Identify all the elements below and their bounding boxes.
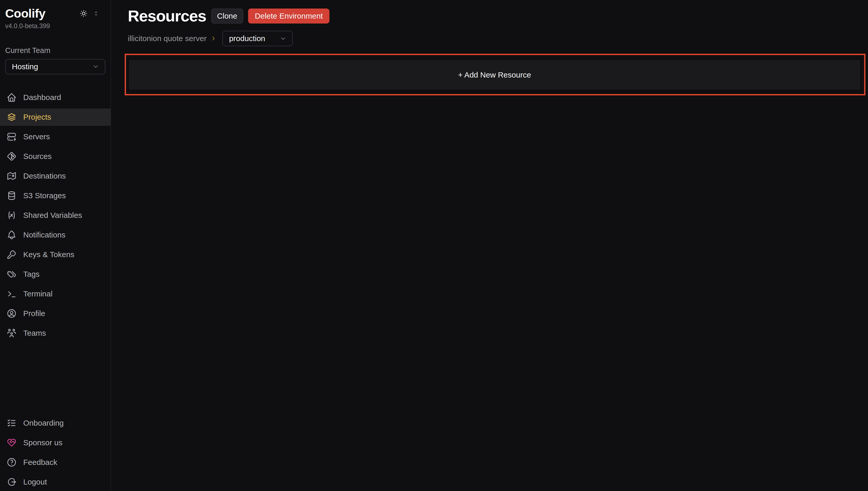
- chevron-down-icon: [92, 63, 99, 70]
- key-icon: [6, 249, 17, 260]
- sidebar-item-teams[interactable]: Teams: [0, 324, 111, 342]
- sidebar-item-onboarding[interactable]: Onboarding: [0, 414, 111, 432]
- user-circle-icon: [6, 308, 17, 319]
- chevron-right-icon: [210, 35, 217, 41]
- page-header: Resources Clone Delete Environment: [128, 8, 868, 24]
- app-logo: Coolify: [5, 7, 80, 20]
- tags-icon: [6, 269, 17, 279]
- sidebar-item-label: Profile: [23, 309, 45, 318]
- sidebar-item-destinations[interactable]: Destinations: [0, 168, 111, 185]
- sidebar-item-sources[interactable]: Sources: [0, 148, 111, 165]
- sidebar-item-label: Onboarding: [23, 418, 64, 427]
- sidebar-item-label: Keys & Tokens: [23, 250, 74, 259]
- sidebar-item-s3-storages[interactable]: S3 Storages: [0, 187, 111, 204]
- environment-select[interactable]: production: [222, 31, 293, 46]
- sidebar-footer-nav: Onboarding Sponsor us Feedback Logout: [0, 414, 111, 491]
- sidebar-item-logout[interactable]: Logout: [0, 473, 111, 490]
- variable-icon: [6, 210, 17, 221]
- delete-environment-button[interactable]: Delete Environment: [248, 8, 330, 24]
- heart-handshake-icon: [6, 437, 17, 448]
- layers-icon: [6, 112, 17, 122]
- current-team-label: Current Team: [0, 30, 111, 55]
- team-select[interactable]: Hosting: [5, 59, 105, 75]
- main-content: Resources Clone Delete Environment illic…: [112, 0, 868, 491]
- sidebar-item-feedback[interactable]: Feedback: [0, 454, 111, 471]
- help-circle-icon: [6, 457, 17, 467]
- terminal-icon: [6, 289, 17, 299]
- home-icon: [6, 92, 17, 103]
- sidebar-item-label: Teams: [23, 329, 46, 338]
- map-icon: [6, 171, 17, 181]
- environment-select-value: production: [229, 34, 265, 43]
- users-group-icon: [6, 328, 17, 338]
- sidebar-nav: Dashboard Projects Servers Sources Desti…: [0, 89, 111, 342]
- sidebar-item-label: Shared Variables: [23, 211, 82, 220]
- database-icon: [6, 191, 17, 201]
- sidebar-item-servers[interactable]: Servers: [0, 128, 111, 145]
- sidebar-item-label: Feedback: [23, 458, 57, 467]
- git-icon: [6, 151, 17, 162]
- sun-icon[interactable]: [80, 9, 88, 18]
- app-version: v4.0.0-beta.399: [0, 20, 111, 30]
- sidebar-item-label: Dashboard: [23, 93, 61, 102]
- sidebar-item-label: Tags: [23, 270, 39, 279]
- sidebar-item-label: Sponsor us: [23, 438, 62, 447]
- sidebar-item-projects[interactable]: Projects: [0, 109, 111, 126]
- team-select-value: Hosting: [12, 62, 38, 71]
- add-new-resource-label: + Add New Resource: [458, 70, 531, 79]
- sidebar-item-label: S3 Storages: [23, 191, 66, 200]
- sidebar-item-label: Projects: [23, 113, 51, 121]
- checklist-icon: [6, 418, 17, 428]
- sidebar-spacer: [0, 342, 111, 400]
- sidebar-header: Coolify: [0, 0, 111, 20]
- highlight-annotation-box: + Add New Resource: [125, 54, 865, 95]
- add-new-resource-button[interactable]: + Add New Resource: [128, 59, 861, 90]
- sidebar-item-tags[interactable]: Tags: [0, 266, 111, 283]
- sidebar-item-label: Terminal: [23, 289, 53, 298]
- sidebar-item-dashboard[interactable]: Dashboard: [0, 89, 111, 106]
- breadcrumb-project-link[interactable]: illicitonion quote server: [128, 34, 207, 43]
- bell-icon: [6, 230, 17, 240]
- sidebar-item-label: Destinations: [23, 172, 66, 180]
- sidebar-item-profile[interactable]: Profile: [0, 305, 111, 322]
- page-title: Resources: [128, 8, 206, 24]
- sidebar-item-terminal[interactable]: Terminal: [0, 285, 111, 302]
- chevron-up-down-icon[interactable]: [93, 10, 99, 17]
- server-icon: [6, 132, 17, 142]
- sidebar-item-notifications[interactable]: Notifications: [0, 226, 111, 244]
- sidebar-item-label: Logout: [23, 478, 47, 486]
- sidebar-item-label: Sources: [23, 152, 52, 161]
- chevron-down-icon: [280, 35, 286, 42]
- breadcrumb: illicitonion quote server production: [128, 31, 868, 46]
- sidebar-item-label: Notifications: [23, 231, 65, 239]
- sidebar: Coolify v4.0.0-beta.399 Current Team Hos…: [0, 0, 111, 491]
- sidebar-item-keys-tokens[interactable]: Keys & Tokens: [0, 246, 111, 263]
- sidebar-item-shared-variables[interactable]: Shared Variables: [0, 207, 111, 224]
- logout-icon: [6, 477, 17, 487]
- sidebar-item-sponsor-us[interactable]: Sponsor us: [0, 434, 111, 451]
- clone-button[interactable]: Clone: [211, 8, 243, 24]
- sidebar-item-label: Servers: [23, 132, 50, 141]
- coolify-app: Coolify v4.0.0-beta.399 Current Team Hos…: [0, 0, 868, 491]
